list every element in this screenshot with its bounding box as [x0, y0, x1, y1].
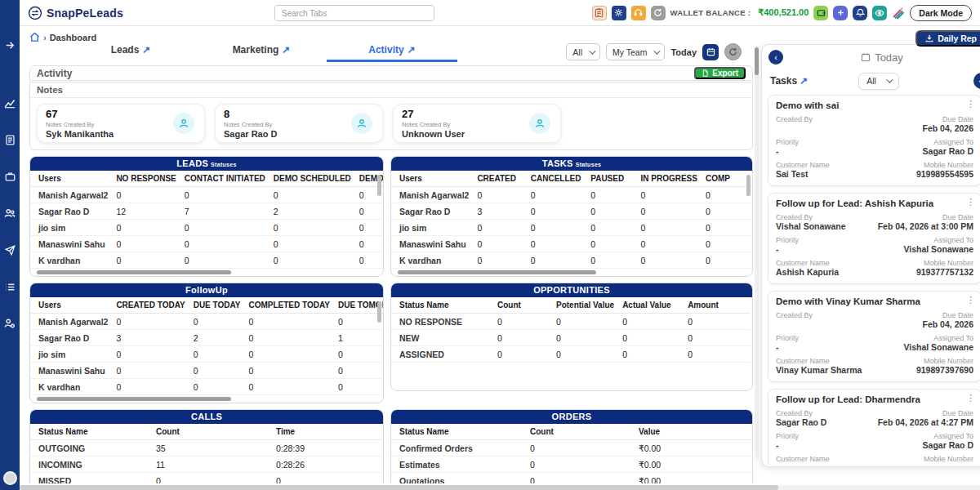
tab-leads[interactable]: Leads↗ — [65, 44, 196, 60]
tab-activity[interactable]: Activity↗ — [327, 44, 457, 62]
send-icon[interactable] — [4, 244, 16, 256]
value-cell: 0 — [697, 187, 752, 203]
breadcrumb-page[interactable]: Dashboard — [50, 33, 96, 42]
table-row: Sagar Rao D30000 — [391, 203, 752, 220]
value-cell: 0 — [582, 203, 632, 220]
row-label-cell: Manish Agarwal2 — [30, 314, 108, 330]
task-card-fields: Created By Sagar Rao D Due Date Feb 04, … — [776, 409, 973, 465]
task-card[interactable]: Follow up for Lead: Dharmendra ⋮ Created… — [768, 389, 980, 465]
search-tabs-input[interactable] — [274, 5, 434, 21]
field-value: 919377757132 — [916, 267, 973, 277]
table-row: Manish Agarwal20000 — [30, 314, 383, 330]
collapse-panel-button[interactable]: ‹ — [768, 50, 783, 65]
value-cell: 0 — [697, 252, 752, 269]
task-card[interactable]: Follow up for Lead: Ashish Kapuria ⋮ Cre… — [768, 193, 980, 284]
card-menu-icon[interactable]: ⋮ — [966, 100, 975, 108]
export-button[interactable]: Export — [694, 67, 746, 79]
chevron-right-icon: › — [43, 33, 47, 42]
task-card[interactable]: Demo with Vinay Kumar Sharma ⋮ Created B… — [768, 291, 980, 382]
orders-table-title: ORDERS — [552, 412, 592, 421]
content-scrollbar-thumb[interactable] — [755, 47, 759, 75]
field-row: Created By Due Date Feb 04, 2026 — [776, 115, 973, 133]
row-label-cell: INCOMING — [30, 457, 148, 473]
field-label: Mobile Number — [924, 357, 973, 365]
daily-report-button[interactable]: Daily Rep — [915, 30, 980, 47]
card-menu-icon[interactable]: ⋮ — [966, 198, 975, 206]
vertical-scrollbar[interactable] — [377, 175, 381, 196]
value-cell: 0 — [469, 220, 522, 236]
refresh-icon[interactable] — [651, 6, 666, 20]
wallet-icon[interactable] — [813, 6, 828, 20]
table-row: K vardhan0000 — [30, 252, 383, 269]
field-value: Feb 04, 2026 at 4:27 PM — [878, 417, 973, 427]
table-row: Quotations0₹0.00 — [391, 473, 751, 484]
value-cell: 0 — [351, 252, 383, 269]
menu-list-icon[interactable] — [4, 281, 16, 292]
team-dropdown[interactable]: My Team — [606, 43, 665, 60]
logo-icon — [28, 6, 42, 20]
table-row: OUTGOING350:28:39 — [30, 440, 382, 457]
notifications-bell-icon[interactable] — [853, 6, 867, 20]
date-range-label[interactable]: Today — [670, 47, 697, 57]
vertical-scrollbar[interactable] — [746, 175, 751, 196]
add-task-button[interactable]: + — [973, 73, 980, 89]
card-menu-icon[interactable]: ⋮ — [966, 296, 975, 304]
user-avatar[interactable] — [3, 471, 17, 485]
note-creator-name: Unknown User — [402, 129, 465, 139]
table-row: Sagar Rao D12720 — [30, 203, 383, 220]
refresh-data-button[interactable] — [724, 43, 742, 60]
report-list-icon[interactable] — [4, 134, 16, 145]
horizontal-scrollbar[interactable] — [398, 270, 596, 274]
add-icon[interactable] — [833, 6, 848, 20]
horizontal-scrollbar[interactable] — [37, 397, 231, 401]
table-row: Manaswini Sahu0000 — [30, 236, 383, 252]
external-arrow-icon: ↗ — [800, 75, 808, 87]
expand-sidebar-icon[interactable] — [4, 39, 16, 51]
value-cell: 0 — [697, 203, 752, 220]
field-label: Priority — [776, 138, 799, 146]
team-icon[interactable] — [4, 207, 16, 219]
column-header: Users — [391, 171, 469, 187]
vertical-scrollbar[interactable] — [377, 301, 381, 323]
column-header: CONTACT INITIATED — [176, 171, 265, 187]
value-cell: 0 — [548, 330, 614, 346]
settings-gear-icon[interactable] — [612, 6, 626, 20]
followup-table: UsersCREATED TODAYDUE TODAYCOMPLETED TOD… — [30, 297, 383, 395]
value-cell: 2 — [185, 330, 241, 346]
dark-mode-button[interactable]: Dark Mode — [910, 5, 972, 21]
value-cell: 35 — [148, 440, 268, 457]
page-scrollbar-thumb[interactable] — [20, 485, 778, 490]
column-header: DEMO SCHEDULED — [265, 171, 351, 187]
value-cell: 0 — [548, 314, 614, 330]
value-cell: 3 — [469, 203, 522, 220]
column-header: Actual Value — [614, 297, 679, 314]
value-cell: 0 — [489, 330, 548, 346]
theme-brush-icon[interactable] — [892, 7, 905, 20]
field-label: Customer Name — [776, 357, 862, 365]
card-menu-icon[interactable]: ⋮ — [966, 394, 975, 402]
horizontal-scrollbar[interactable] — [37, 270, 231, 274]
value-cell: 0 — [582, 252, 632, 269]
app-title: SnapPeLeads — [47, 7, 123, 20]
calendar-button[interactable] — [702, 44, 719, 60]
home-icon[interactable] — [29, 32, 40, 42]
chevron-down-icon — [589, 47, 595, 54]
activity-chart-icon[interactable] — [4, 97, 16, 109]
tasks-filter-dropdown[interactable]: All — [858, 73, 899, 90]
value-cell: 0 — [582, 187, 632, 203]
visibility-eye-icon[interactable] — [872, 6, 887, 20]
opportunities-table: Status NameCountPotential ValueActual Va… — [391, 297, 750, 363]
value-cell: 2 — [265, 203, 351, 220]
column-header: PAUSED — [582, 171, 632, 187]
note-count: 27 — [402, 109, 465, 119]
scope-dropdown[interactable]: All — [566, 43, 600, 60]
notes-clipboard-icon[interactable] — [592, 6, 607, 20]
support-headset-icon[interactable] — [631, 6, 646, 20]
briefcase-icon[interactable] — [4, 171, 16, 182]
tasks-link[interactable]: Tasks↗ — [770, 75, 808, 87]
field-value: Ashish Kapuria — [776, 267, 839, 277]
user-settings-icon[interactable] — [4, 318, 16, 329]
tab-marketing[interactable]: Marketing↗ — [196, 44, 327, 60]
task-card[interactable]: Demo with sai ⋮ Created By Due Date Feb — [768, 95, 980, 186]
value-cell: 0 — [176, 252, 265, 269]
